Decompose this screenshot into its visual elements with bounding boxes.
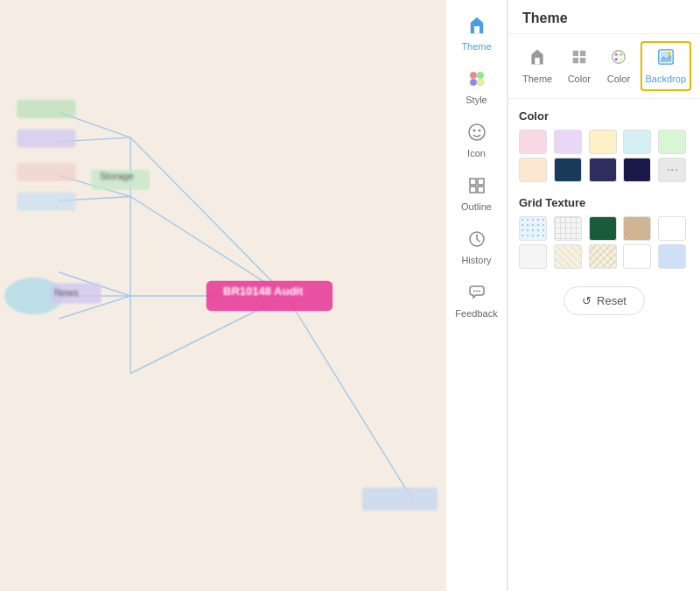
sidebar-item-theme-label: Theme <box>461 41 491 52</box>
tab-palette-label: Color <box>607 74 630 84</box>
svg-point-33 <box>617 55 620 59</box>
texture-swatch-lightgray[interactable] <box>519 244 547 269</box>
tab-color-label: Color <box>568 74 591 84</box>
color-swatch-7[interactable] <box>589 158 617 182</box>
texture-section-title: Grid Texture <box>519 196 690 209</box>
sidebar-item-icon[interactable]: Icon <box>446 114 507 167</box>
svg-point-11 <box>470 79 477 86</box>
reset-label: Reset <box>597 294 626 307</box>
color-section-title: Color <box>519 109 690 123</box>
texture-swatch-diagonal[interactable] <box>554 244 582 269</box>
tab-palette[interactable]: Color <box>600 41 636 91</box>
color-grid: ··· <box>519 130 690 182</box>
svg-rect-4 <box>17 193 75 211</box>
sidebar-item-style[interactable]: Style <box>446 60 507 114</box>
texture-swatch-lightblue[interactable] <box>658 244 686 269</box>
svg-point-12 <box>477 79 484 86</box>
sidebar-item-feedback-label: Feedback <box>455 308 497 319</box>
svg-rect-1 <box>17 100 75 118</box>
svg-point-32 <box>620 58 623 61</box>
svg-rect-24 <box>573 51 578 56</box>
texture-grid <box>519 216 690 269</box>
texture-swatch-white2[interactable] <box>623 244 651 269</box>
texture-swatch-dots[interactable] <box>519 216 547 241</box>
color-swatch-3[interactable] <box>623 130 651 154</box>
sidebar-item-icon-label: Icon <box>467 148 486 158</box>
svg-rect-27 <box>580 58 585 63</box>
svg-point-23 <box>479 291 480 292</box>
sidebar-item-style-label: Style <box>466 95 486 105</box>
sidebar-item-theme[interactable]: Theme <box>446 7 507 60</box>
svg-point-10 <box>477 72 484 79</box>
color-swatch-6[interactable] <box>554 158 582 182</box>
texture-swatch-crosshatch[interactable] <box>589 244 617 269</box>
svg-rect-8 <box>362 487 438 510</box>
outline-icon <box>467 176 486 198</box>
svg-point-21 <box>473 291 475 292</box>
tab-backdrop-icon <box>657 48 675 70</box>
svg-point-31 <box>614 58 618 61</box>
texture-swatch-fabric[interactable] <box>623 216 651 241</box>
tab-backdrop[interactable]: Backdrop <box>640 41 691 91</box>
feedback-icon <box>467 283 486 305</box>
svg-point-15 <box>478 130 480 132</box>
color-swatch-9[interactable]: ··· <box>658 158 686 182</box>
sidebar-item-history-label: History <box>461 255 491 265</box>
svg-point-22 <box>476 291 478 292</box>
reset-button[interactable]: ↺ Reset <box>564 286 645 315</box>
texture-swatch-green[interactable] <box>589 216 617 241</box>
tab-palette-icon <box>610 48 627 70</box>
svg-rect-7 <box>206 281 332 312</box>
color-swatch-1[interactable] <box>554 130 582 154</box>
svg-rect-3 <box>17 163 75 181</box>
left-nav: Theme Style Icon <box>446 0 508 591</box>
color-swatch-8[interactable] <box>623 158 651 182</box>
canvas-area: BR10148 Audit News Storage <box>0 0 446 591</box>
tab-color[interactable]: Color <box>561 41 597 91</box>
svg-point-13 <box>469 124 485 140</box>
svg-point-9 <box>470 72 477 79</box>
svg-rect-25 <box>580 51 585 56</box>
svg-rect-2 <box>17 129 75 147</box>
texture-swatch-white[interactable] <box>658 216 686 241</box>
sidebar-item-feedback[interactable]: Feedback <box>446 274 507 327</box>
color-swatch-0[interactable] <box>519 130 547 154</box>
color-swatch-4[interactable] <box>658 130 686 154</box>
svg-rect-5 <box>91 170 150 190</box>
svg-point-30 <box>620 53 623 56</box>
tab-color-icon <box>570 48 588 70</box>
theme-icon <box>467 16 486 38</box>
color-swatch-2[interactable] <box>589 130 617 154</box>
svg-rect-17 <box>478 179 484 185</box>
style-icon <box>467 69 486 91</box>
panel-title: Theme <box>508 0 700 34</box>
svg-point-36 <box>668 53 671 56</box>
tab-theme-icon <box>528 48 546 70</box>
tab-theme[interactable]: Theme <box>517 41 557 91</box>
svg-rect-18 <box>470 186 476 193</box>
tab-backdrop-label: Backdrop <box>646 74 686 84</box>
tab-theme-label: Theme <box>522 74 552 84</box>
svg-rect-16 <box>470 179 476 185</box>
sidebar-item-outline-label: Outline <box>461 201 492 212</box>
icon-icon <box>467 123 486 144</box>
sidebar-item-history[interactable]: History <box>446 221 507 274</box>
history-icon <box>467 229 486 251</box>
right-panel: Theme Theme Color <box>508 0 700 591</box>
color-swatch-5[interactable] <box>519 158 547 182</box>
panel-content: Color ··· Grid Texture <box>508 99 700 591</box>
svg-point-29 <box>614 53 618 56</box>
texture-swatch-gridlines[interactable] <box>554 216 582 241</box>
svg-point-14 <box>472 130 475 132</box>
svg-rect-6 <box>51 284 102 304</box>
svg-rect-19 <box>478 186 484 193</box>
mindmap-svg <box>0 0 446 591</box>
svg-rect-26 <box>573 58 578 63</box>
reset-icon: ↺ <box>582 294 592 307</box>
theme-tabs: Theme Color <box>508 34 700 99</box>
sidebar-item-outline[interactable]: Outline <box>446 167 507 221</box>
